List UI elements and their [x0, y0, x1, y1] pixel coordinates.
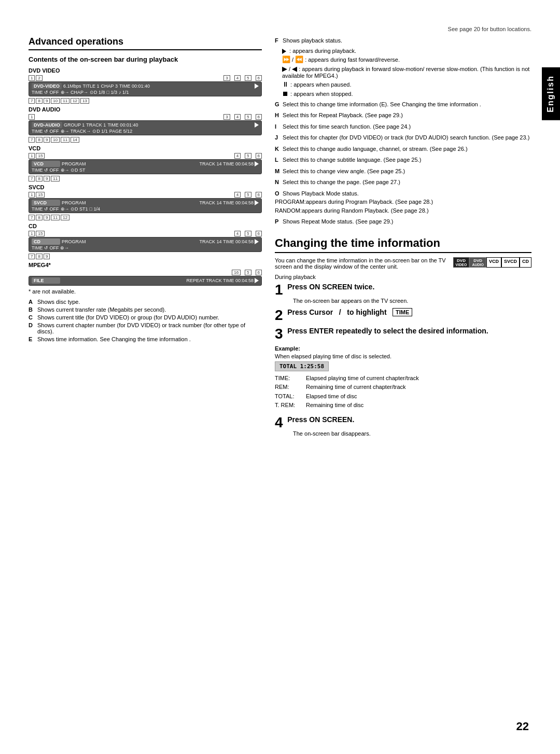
- item-n-letter: N: [275, 178, 281, 187]
- num-v11: 11: [51, 176, 60, 181]
- dvd-audio-row2-b: ⊕→ TRACK→: [61, 129, 91, 134]
- time-info-rem: REM: Remaining time of current chapter/t…: [275, 383, 531, 392]
- cd-track-info: TRACK 14 TIME 00:04:58: [200, 239, 254, 244]
- num-10: 10: [51, 98, 60, 104]
- vcd-num-row2: 7 8 9 11: [29, 176, 262, 181]
- vcd-bar-label: VCD: [32, 161, 60, 167]
- num-c5: 5: [245, 231, 251, 236]
- page-container: English See page 20 for button locations…: [0, 0, 560, 754]
- num-v9: 9: [44, 176, 50, 181]
- cd-num-row2: 7 8 9: [29, 254, 262, 259]
- dvd-video-title: TITLE 1: [83, 83, 100, 89]
- num-c7: 7: [29, 254, 35, 259]
- cd-num-row1: 1 15 4 5 6: [29, 231, 262, 236]
- svcd-num-row2: 7 8 9 11 12: [29, 215, 262, 220]
- item-f-text: Shows playback status.: [283, 37, 342, 44]
- dvd-audio-label: DVD AUDIO: [29, 106, 262, 113]
- mpeg4-bar: FILE REPEAT TRACK TIME 00:04:58: [29, 276, 262, 286]
- item-p-text: Shows Repeat Mode status. (See page 29.): [283, 218, 393, 225]
- num-s6: 6: [256, 192, 262, 198]
- dvd-audio-num-row2: 7 8 9 10 11 14: [29, 137, 262, 143]
- cd-track-time: TRACK 14 TIME 00:04:58: [200, 239, 259, 244]
- num-v8: 8: [36, 176, 42, 181]
- svcd-label: SVCD: [29, 184, 262, 190]
- svcd-row1: SVCD PROGRAM TRACK 14 TIME 00:04:58: [32, 200, 259, 206]
- num-s11: 11: [51, 215, 60, 220]
- trem-key: T. REM:: [275, 401, 303, 410]
- num-8: 8: [36, 98, 42, 104]
- step2-title: Press Cursor / to highlight: [287, 308, 390, 316]
- time-info-trem: T. REM: Remaining time of disc: [275, 401, 531, 410]
- section-title: Advanced operations: [29, 36, 262, 50]
- note-d-letter: D: [29, 322, 35, 334]
- item-g-text: Select this to change time information (…: [283, 101, 481, 107]
- svcd-row2-b: ⊕→ ⊙D ST1: [61, 206, 88, 212]
- num-a8: 8: [36, 137, 42, 143]
- play-arrow-icon: [255, 83, 259, 89]
- note-e-letter: E: [29, 336, 35, 342]
- item-p: P Shows Repeat Mode status. (See page 29…: [275, 217, 531, 226]
- cd-row2: TIME ↺ OFF ⊕→: [32, 245, 259, 250]
- item-o-letter: O: [275, 189, 281, 198]
- num-s7: 7: [29, 215, 35, 220]
- item-i: I Select this for time search function. …: [275, 122, 531, 131]
- total-key: TOTAL:: [275, 392, 303, 401]
- item-l: L Select this to change subtitle languag…: [275, 156, 531, 164]
- dvd-audio-row2-a: TIME ↺ OFF: [32, 129, 59, 134]
- dvd-audio-row2-d: PAGE 5/12: [109, 129, 132, 134]
- item-f-letter: F: [275, 36, 281, 45]
- num-a6: 6: [256, 114, 262, 120]
- dvd-video-play: [255, 83, 259, 89]
- num-9: 9: [44, 98, 50, 104]
- item-p-letter: P: [275, 217, 281, 226]
- badge-cd: CD: [520, 257, 531, 268]
- num-a5: 5: [245, 114, 251, 120]
- svcd-row2-c: □ 1/4: [90, 206, 100, 212]
- dvd-video-row2-info: TIME ↺ OFF: [32, 90, 59, 95]
- right-column: F Shows playback status. : appears durin…: [275, 36, 531, 441]
- num-a10: 10: [51, 137, 60, 143]
- num-s9: 9: [44, 215, 50, 220]
- svcd-play-arrow: [255, 200, 259, 205]
- rew-icon: ⏪: [295, 55, 303, 63]
- num-a1: 1: [29, 114, 35, 120]
- dvd-video-row2-d: □ 1/3: [107, 90, 117, 95]
- num-v15: 15: [36, 153, 45, 159]
- step3-title: Press ENTER repeatedly to select the des…: [287, 327, 488, 335]
- item-h: H Select this for Repeat Playback. (See …: [275, 111, 531, 120]
- num-m6: 6: [256, 270, 262, 275]
- num-s15: 15: [36, 192, 45, 198]
- num-c6: 6: [256, 231, 262, 236]
- step3-number: 3: [275, 327, 283, 341]
- item-m-letter: M: [275, 167, 281, 176]
- page-number: 22: [516, 720, 529, 733]
- time-key: TIME:: [275, 374, 303, 383]
- step2: 2 Press Cursor / to highlight TIME: [275, 308, 531, 323]
- item-k: K Select this to change audio language, …: [275, 145, 531, 153]
- num-11: 11: [61, 98, 69, 104]
- left-column: Advanced operations Contents of the on-s…: [29, 36, 262, 441]
- cd-play-arrow: [255, 239, 259, 244]
- mpeg4-row1: FILE REPEAT TRACK TIME 00:04:58: [32, 277, 259, 284]
- item-m: M Select this to change view angle. (See…: [275, 167, 531, 176]
- dvd-video-bar-label: DVD-VIDEO: [32, 83, 62, 89]
- note-b-letter: B: [29, 306, 35, 313]
- num-a7: 7: [29, 137, 35, 143]
- dvd-video-label: DVD VIDEO: [29, 67, 262, 74]
- dvd-audio-num-row1: 1 3 4 5 6: [29, 114, 262, 120]
- num-a11: 11: [61, 137, 69, 143]
- step3: 3 Press ENTER repeatedly to select the d…: [275, 327, 531, 341]
- badge-vcd: VCD: [486, 257, 501, 268]
- pause-icon: ⏸: [282, 80, 289, 88]
- step4-title: Press ON SCREEN.: [287, 415, 354, 424]
- item-n: N Select this to change the page. (See p…: [275, 178, 531, 187]
- dvd-audio-row1: DVD-AUDIO GROUP 1 TRACK 1 TIME 00:01:40: [32, 122, 259, 128]
- total-display: TOTAL 1:25:58: [275, 361, 329, 371]
- step4: 4 Press ON SCREEN. The on-screen bar dis…: [275, 415, 531, 437]
- note-a-text: Shows disc type.: [37, 299, 80, 305]
- time-info-time: TIME: Elapsed playing time of current ch…: [275, 374, 531, 383]
- rem-value: Remaining time of current chapter/track: [306, 383, 406, 392]
- dvd-video-num-row2: 7 8 9 10 11 12 13: [29, 98, 262, 104]
- change-time-section: Changing the time information You can ch…: [275, 236, 531, 437]
- vcd-program: PROGRAM: [62, 161, 86, 166]
